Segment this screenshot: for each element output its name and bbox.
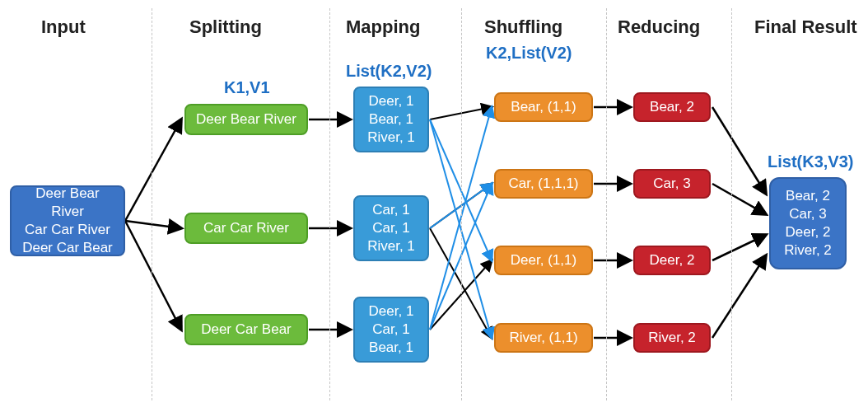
divider — [731, 8, 732, 400]
split-box: Deer Bear River — [184, 104, 308, 135]
svg-line-1 — [125, 221, 181, 228]
shuffle-box: Car, (1,1,1) — [494, 169, 593, 199]
map-line: Deer, 1 — [369, 302, 414, 321]
label-listk2: List(K2,V2) — [346, 62, 432, 81]
map-box: Deer, 1 Bear, 1 River, 1 — [353, 87, 429, 152]
svg-line-19 — [712, 107, 766, 194]
svg-line-2 — [125, 221, 181, 330]
input-box: Deer Bear River Car Car River Deer Car B… — [10, 185, 125, 256]
svg-line-20 — [712, 184, 766, 214]
reduce-box: Deer, 2 — [633, 246, 711, 275]
svg-line-22 — [712, 255, 766, 338]
final-box: Bear, 2 Car, 3 Deer, 2 River, 2 — [769, 177, 847, 269]
map-line: Car, 1 — [372, 201, 409, 219]
header-shuf: Shuffling — [484, 16, 562, 38]
shuffle-box: Bear, (1,1) — [494, 92, 593, 122]
map-box: Car, 1 Car, 1 River, 1 — [353, 195, 429, 261]
header-final: Final Result — [754, 16, 857, 38]
input-line: Car Car River — [25, 221, 110, 239]
map-line: River, 1 — [367, 237, 415, 255]
mapreduce-diagram: Input Splitting Mapping Shuffling Reduci… — [0, 0, 868, 412]
shuffle-box: River, (1,1) — [494, 323, 593, 353]
reduce-box: Bear, 2 — [633, 92, 711, 122]
svg-line-21 — [712, 235, 766, 260]
label-k1v1: K1,V1 — [224, 78, 270, 97]
split-box: Car Car River — [184, 213, 308, 244]
svg-line-0 — [125, 119, 181, 221]
final-line: Bear, 2 — [786, 187, 830, 205]
map-line: River, 1 — [367, 129, 415, 147]
map-line: Bear, 1 — [369, 110, 413, 129]
reduce-box: Car, 3 — [633, 169, 711, 199]
final-line: River, 2 — [784, 241, 832, 260]
label-listk3: List(K3,V3) — [768, 152, 853, 171]
header-split: Splitting — [189, 16, 262, 38]
reduce-box: River, 2 — [633, 323, 711, 353]
map-line: Deer, 1 — [369, 92, 414, 110]
map-line: Car, 1 — [372, 219, 409, 237]
split-box: Deer Car Bear — [184, 314, 308, 345]
divider — [461, 8, 462, 400]
divider — [606, 8, 607, 400]
map-line: Bear, 1 — [369, 339, 413, 357]
input-line: Deer Car Bear — [22, 239, 113, 257]
map-line: Car, 1 — [372, 321, 409, 339]
map-box: Deer, 1 Car, 1 Bear, 1 — [353, 297, 429, 363]
header-map: Mapping — [346, 16, 420, 38]
divider — [152, 8, 152, 400]
final-line: Car, 3 — [789, 205, 826, 223]
final-line: Deer, 2 — [786, 223, 831, 241]
input-line: Deer Bear River — [18, 185, 117, 221]
shuffle-box: Deer, (1,1) — [494, 246, 593, 275]
divider — [329, 8, 330, 400]
label-k2list: K2,List(V2) — [486, 44, 572, 63]
arrows-layer — [0, 0, 868, 412]
header-input: Input — [41, 16, 86, 38]
header-red: Reducing — [618, 16, 700, 38]
